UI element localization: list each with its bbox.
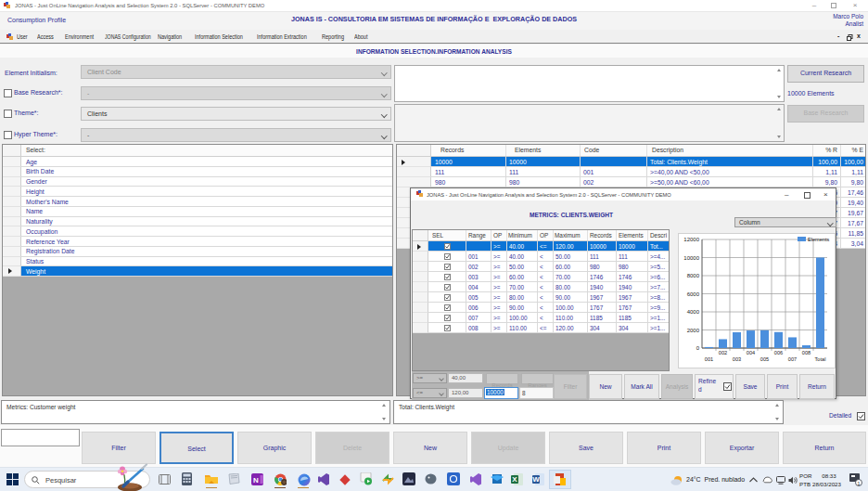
svg-text:002: 002 — [719, 350, 727, 355]
svg-text:10000: 10000 — [683, 255, 699, 261]
svg-text:8000: 8000 — [687, 273, 700, 278]
svg-text:0: 0 — [696, 345, 700, 351]
svg-text:X: X — [512, 475, 517, 484]
svg-text:001: 001 — [705, 356, 713, 362]
svg-text:008: 008 — [802, 350, 811, 355]
svg-text:Elements: Elements — [808, 237, 830, 242]
svg-text:6000: 6000 — [687, 291, 700, 297]
svg-text:2000: 2000 — [687, 328, 700, 333]
svg-text:004: 004 — [747, 350, 755, 355]
svg-text:W: W — [532, 475, 540, 484]
svg-text:N: N — [253, 476, 259, 485]
svg-text:006: 006 — [774, 350, 783, 355]
svg-text:003: 003 — [733, 356, 741, 362]
svg-text:12000: 12000 — [683, 237, 699, 242]
svg-text:Total: Total — [815, 356, 826, 362]
svg-text:005: 005 — [760, 356, 769, 362]
svg-text:4000: 4000 — [687, 309, 700, 315]
svg-text:007: 007 — [788, 356, 797, 362]
